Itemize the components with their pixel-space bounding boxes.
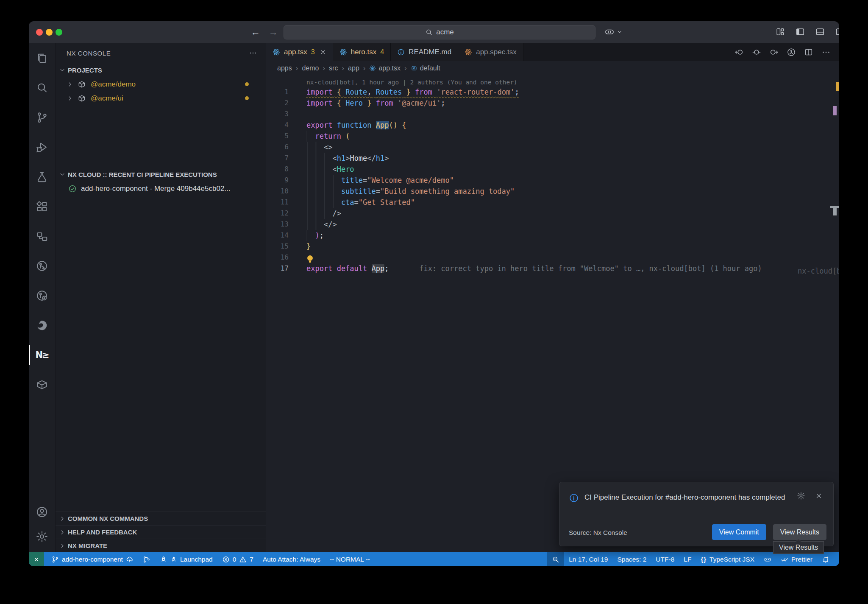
line-number: 6 (266, 142, 300, 153)
notification-close-icon[interactable] (815, 492, 823, 500)
close-window-button[interactable] (36, 29, 43, 36)
tab-bar: app.tsx3hero.tsx4README.mdapp.spec.tsx (266, 43, 839, 61)
breadcrumb-item-src[interactable]: src (329, 64, 338, 72)
line-number: 16 (266, 252, 300, 263)
code-line-content: ); (300, 230, 324, 241)
nav-circle-icon[interactable] (752, 48, 761, 57)
split-editor-icon[interactable] (804, 48, 813, 57)
cursor-position[interactable]: Ln 17, Col 19 (564, 552, 612, 566)
maximize-window-button[interactable] (56, 29, 62, 36)
cloud-up-icon (126, 556, 134, 563)
encoding[interactable]: UTF-8 (651, 552, 679, 566)
indentation[interactable]: Spaces: 2 (612, 552, 651, 566)
tab-app-tsx[interactable]: app.tsx3 (266, 43, 333, 61)
chevron-right-icon (67, 95, 73, 102)
auto-attach[interactable]: Auto Attach: Always (258, 552, 325, 566)
copilot-status[interactable] (759, 552, 776, 566)
collapsed-section-nx-migrate[interactable]: NX MIGRATE (56, 539, 266, 552)
customize-layout-icon[interactable] (776, 27, 785, 36)
nx-cloud-section-header[interactable]: NX CLOUD :: RECENT CI PIPELINE EXECUTION… (56, 167, 266, 182)
tab-README-md[interactable]: README.md (391, 43, 458, 61)
branch-sm-icon (51, 556, 59, 563)
breadcrumb-item-demo[interactable]: demo (302, 64, 319, 72)
code-editor[interactable]: nx-cloud[bot], 1 hour ago | 2 authors (Y… (266, 76, 839, 552)
toggle-secondary-sidebar-icon[interactable] (835, 27, 839, 36)
notification-settings-gear-icon[interactable] (797, 492, 805, 500)
source-control-icon[interactable] (29, 103, 55, 132)
settings-gear-icon[interactable] (29, 524, 55, 549)
testing-icon[interactable] (29, 162, 55, 192)
extensions-icon[interactable] (29, 192, 55, 221)
zoom-indicator[interactable] (547, 552, 564, 566)
view-commit-button[interactable]: View Commit (712, 524, 766, 540)
remote-indicator[interactable] (29, 552, 44, 566)
react-icon (339, 48, 347, 56)
nx-console-icon[interactable]: N≥ (29, 340, 55, 370)
git-graph-icon[interactable] (29, 251, 55, 281)
toggle-sidebar-icon[interactable] (796, 27, 805, 36)
launchpad[interactable]: Launchpad (155, 552, 217, 566)
encoding-label: UTF-8 (656, 556, 674, 563)
vim-mode-label: -- NORMAL -- (330, 556, 370, 563)
tab-problems-badge: 4 (380, 48, 384, 56)
breadcrumb-item-app[interactable]: app (348, 64, 359, 72)
explorer-icon[interactable] (29, 43, 55, 73)
more-actions-icon[interactable] (249, 49, 257, 57)
gitlens-icon[interactable] (29, 281, 55, 310)
copilot-menu[interactable] (604, 27, 623, 37)
accounts-icon[interactable] (29, 500, 55, 524)
more-actions-icon[interactable] (821, 48, 831, 57)
tab-label: hero.tsx (351, 48, 376, 56)
edge-tools-icon[interactable] (29, 310, 55, 340)
nav-forward-arrow-icon[interactable]: → (269, 27, 278, 38)
code-line-content: <Hero (300, 164, 354, 175)
code-line-content: subtitle="Build something amazing today" (300, 186, 515, 197)
project-graph-icon[interactable] (29, 221, 55, 251)
language-mode[interactable]: {}TypeScript JSX (696, 552, 759, 566)
pipeline-status[interactable] (138, 552, 155, 566)
collapsed-section-help-and-feedback[interactable]: HELP AND FEEDBACK (56, 525, 266, 539)
view-results-button[interactable]: View Results (773, 524, 826, 540)
breadcrumb-item-apps[interactable]: apps (277, 64, 292, 72)
branch-status[interactable]: add-hero-component (47, 552, 138, 566)
nav-back-arrow-icon[interactable]: ← (251, 27, 260, 38)
close-icon[interactable] (320, 49, 326, 56)
tab-app-spec-tsx[interactable]: app.spec.tsx (458, 43, 523, 61)
lightbulb-icon[interactable] (307, 255, 313, 261)
line-number: 7 (266, 153, 300, 164)
run-debug-icon[interactable] (29, 132, 55, 162)
tab-hero-tsx[interactable]: hero.tsx4 (333, 43, 391, 61)
breadcrumb-item-app-tsx[interactable]: app.tsx (369, 64, 401, 72)
notification-buttons: View CommitView Results (712, 524, 826, 540)
project-tree-item[interactable]: @acme/demo (56, 77, 266, 91)
section-header-label: HELP AND FEEDBACK (68, 528, 137, 536)
notification-message: CI Pipeline Execution for #add-hero-comp… (584, 491, 785, 504)
notifications-bell[interactable] (817, 552, 834, 566)
breadcrumb-label: default (420, 64, 440, 72)
problems[interactable]: 07 (217, 552, 258, 566)
breadcrumb-item-default[interactable]: default (411, 64, 440, 72)
code-line-7: 7<h1>Home</h1> (266, 153, 839, 164)
modified-dot (245, 82, 249, 86)
containers-icon[interactable] (29, 370, 55, 400)
line-number: 4 (266, 120, 300, 131)
eol[interactable]: LF (679, 552, 696, 566)
chevron-down-icon (59, 67, 66, 73)
containers-icon (36, 378, 48, 391)
run-commit-graph-icon[interactable] (787, 48, 796, 57)
formatter[interactable]: Prettier (776, 552, 817, 566)
project-tree-item[interactable]: @acme/ui (56, 91, 266, 105)
collapsed-section-common-nx-commands[interactable]: COMMON NX COMMANDS (56, 512, 266, 525)
minimize-window-button[interactable] (46, 29, 53, 36)
nav-back-icon[interactable] (734, 48, 744, 57)
search-icon[interactable] (29, 73, 55, 103)
toggle-panel-icon[interactable] (815, 27, 825, 36)
testing-icon (36, 171, 48, 183)
nav-forward-icon[interactable] (769, 48, 779, 57)
vim-mode[interactable]: -- NORMAL -- (325, 552, 375, 566)
code-line-9: 9title="Welcome @acme/demo" (266, 175, 839, 186)
projects-section-header[interactable]: PROJECTS (56, 63, 266, 77)
project-label: @acme/ui (91, 94, 123, 103)
command-center-search[interactable]: acme (284, 25, 595, 39)
pipeline-execution-item[interactable]: add-hero-component - Merge 409b44e5cb02.… (56, 182, 266, 196)
